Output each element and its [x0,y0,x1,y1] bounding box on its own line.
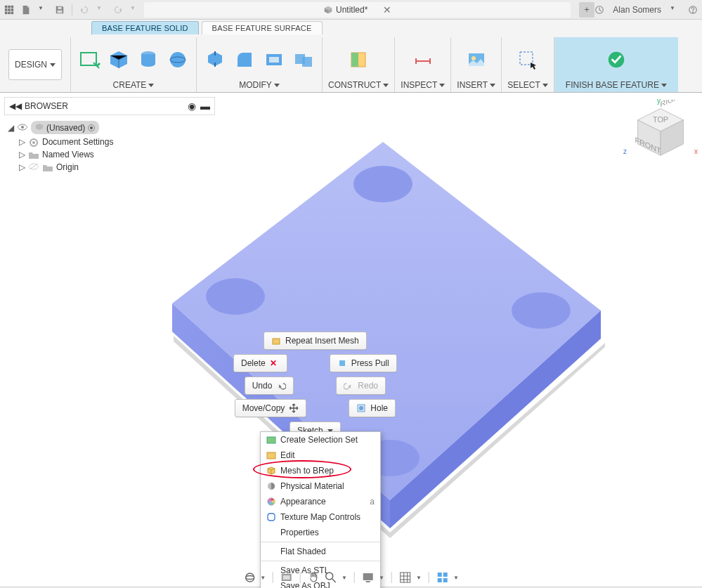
radio-icon[interactable]: ◉ [188,100,196,112]
save-icon[interactable] [55,5,65,15]
delete-button[interactable]: Delete ✕ [233,354,287,372]
menu-item-label: Mesh to BRep [280,466,334,476]
collapse-left-icon[interactable]: ◀◀ [9,101,22,111]
menu-item-label: Edit [280,450,295,460]
context-menu-item[interactable]: Physical Material [261,478,380,494]
group-construct: CONSTRUCT [322,37,394,92]
context-menu-item[interactable]: Create Selection Set [261,432,380,447]
new-file-icon[interactable] [21,5,31,15]
context-menu-item[interactable]: Flat Shaded [261,544,380,559]
folder-icon [28,150,39,159]
new-tab-button[interactable]: ＋ [579,2,594,18]
help-icon[interactable] [688,5,698,15]
svg-marker-37 [390,311,601,528]
svg-rect-59 [401,573,410,582]
group-finish-label[interactable]: FINISH BASE FEATURE [566,80,667,92]
press-pull-button[interactable]: Press Pull [330,354,397,372]
eye-icon[interactable] [17,123,28,133]
tree-item[interactable]: ▷ Document Settings [7,136,212,148]
svg-rect-5 [11,8,14,11]
group-select-label[interactable]: SELECT [507,80,548,92]
tab-close-icon[interactable]: ✕ [383,4,391,15]
select-icon[interactable] [515,47,540,72]
group-inspect-label[interactable]: INSPECT [401,80,445,92]
plane-icon[interactable] [346,47,371,72]
app-menu-icon[interactable] [4,5,14,15]
svg-point-56 [326,573,333,580]
chevron-down-icon[interactable]: ▼ [416,575,422,581]
svg-rect-55 [283,575,290,580]
group-construct-label[interactable]: CONSTRUCT [328,80,389,92]
user-name[interactable]: Alan Somers [613,5,661,15]
chevron-down-icon[interactable]: ▼ [379,575,384,581]
combine-icon[interactable] [291,47,316,72]
chevron-down-icon [274,84,280,87]
material-icon [266,481,276,491]
svg-rect-8 [11,11,14,14]
document-tab[interactable]: Untitled* ✕ [144,2,571,18]
zoom-icon[interactable] [325,571,337,584]
context-menu-item[interactable]: Mesh to BRep [261,463,380,478]
grid-icon[interactable] [399,571,412,584]
pan-icon[interactable] [308,571,320,584]
display-icon[interactable] [362,571,375,584]
context-menu-item[interactable]: Edit [261,447,380,463]
cylinder-icon[interactable] [136,47,161,72]
fillet-icon[interactable] [232,47,257,72]
user-dropdown-icon[interactable]: ▼ [670,5,680,15]
group-modify-label[interactable]: MODIFY [239,80,280,92]
insert-icon[interactable] [464,47,489,72]
root-cube-icon [35,122,44,133]
view-toolbar: ▼ ▼ ▼ ▼ ▼ [239,568,463,587]
tree-item[interactable]: ▷ Named Views [7,148,212,161]
undo-icon[interactable] [79,5,89,15]
svg-rect-23 [351,53,358,67]
chevron-down-icon[interactable]: ▼ [342,575,347,581]
hole-button[interactable]: Hole [349,399,396,417]
cube-top: TOP [653,115,668,124]
svg-rect-1 [8,5,11,8]
context-menu-item[interactable]: Appearancea [261,494,380,509]
extensions-icon[interactable] [594,5,604,15]
tree-root-row[interactable]: ◢ (Unsaved) [7,119,212,136]
chevron-down-icon [148,84,154,87]
shell-icon[interactable] [261,47,287,72]
workspace-switcher[interactable]: DESIGN [0,37,70,92]
eye-off-icon[interactable] [28,162,39,172]
orbit-icon[interactable] [243,571,256,584]
new-file-dropdown-icon[interactable]: ▼ [38,5,48,15]
group-modify: MODIFY [196,37,322,92]
sphere-icon[interactable] [165,47,190,72]
box-icon[interactable] [106,47,131,72]
viewport[interactable]: ◀◀ BROWSER ◉ ▬ ◢ (Unsaved) ▷ Document Se… [0,93,702,587]
mesh-brep-icon [266,466,276,476]
browser-tree: ◢ (Unsaved) ▷ Document Settings ▷ Named … [4,115,215,178]
chevron-down-icon[interactable]: ▼ [260,575,266,581]
context-menu-item[interactable]: Texture Map Controls [261,509,380,525]
repeat-button[interactable]: Repeat Insert Mesh [264,332,367,350]
group-create-label[interactable]: CREATE [113,80,155,92]
sketch-icon[interactable] [77,47,102,72]
press-pull-icon[interactable] [202,47,228,72]
undo-button[interactable]: Undo [245,377,294,395]
look-at-icon[interactable] [280,571,293,584]
redo-dropdown-icon[interactable]: ▼ [130,5,140,15]
move-copy-button[interactable]: Move/Copy [235,399,307,417]
view-cube[interactable]: TOP FRONT RIGHT y x z [629,100,692,165]
measure-icon[interactable] [410,47,436,72]
chevron-down-icon[interactable]: ▼ [453,575,459,581]
tree-item[interactable]: ▷ Origin [7,161,212,174]
group-finish[interactable]: FINISH BASE FEATURE [554,37,678,92]
undo-dropdown-icon[interactable]: ▼ [96,5,106,15]
context-menu-item[interactable]: Properties [261,525,380,540]
collapse-icon[interactable]: ▬ [200,100,210,112]
tab-base-feature-surface[interactable]: BASE FEATURE SURFACE [202,21,323,34]
viewport-icon[interactable] [436,571,449,584]
group-insert-label[interactable]: INSERT [457,80,495,92]
chevron-down-icon [439,84,445,87]
redo-icon[interactable] [113,5,123,15]
tab-base-feature-solid[interactable]: BASE FEATURE SOLID [91,21,199,34]
radio-icon[interactable] [88,124,95,131]
cube-right: RIGHT [660,100,684,109]
x-axis-label: x [694,148,698,155]
